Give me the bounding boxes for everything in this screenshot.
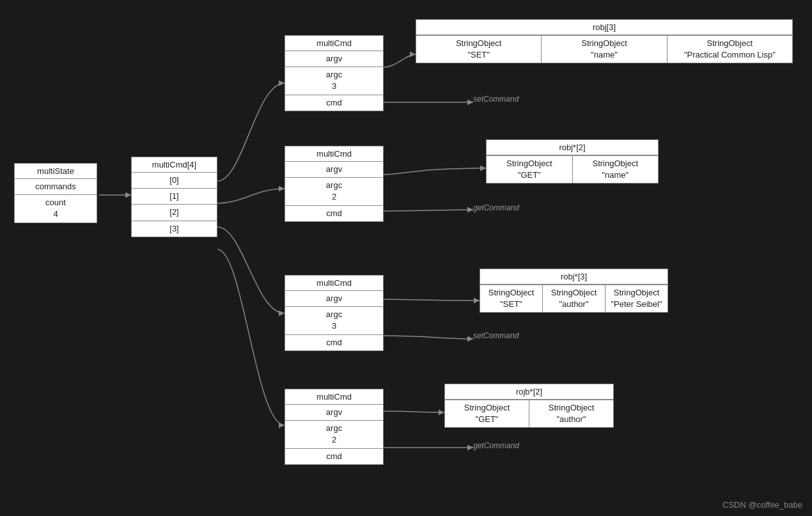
multicmd0-argv: argv	[285, 51, 383, 66]
multicmd3-argc: argc2	[285, 420, 383, 448]
robj3-0-cell0: StringObject"SET"	[416, 35, 542, 63]
robj3-0-cell1: StringObject"name"	[542, 35, 667, 63]
set-command-label-0: setCommand	[473, 95, 519, 104]
multicmd0-argc: argc3	[285, 66, 383, 94]
robj3-1-box: robj*[3] StringObject"SET" StringObject"…	[480, 269, 668, 313]
multistate-count: count4	[15, 194, 97, 222]
robj2-1-label: rojb*[2]	[445, 384, 613, 399]
robj2-1-cell1: StringObject"author"	[529, 400, 613, 427]
multicmd2-argv: argv	[285, 290, 383, 306]
multicmd0-label: multiCmd	[285, 36, 383, 51]
multicmd3-argv: argv	[285, 404, 383, 420]
multicmd0-box: multiCmd argv argc3 cmd	[285, 35, 384, 111]
multicmd1-argv: argv	[285, 161, 383, 177]
multicmd-array-1: [1]	[132, 188, 217, 204]
get-command-label-1: getCommand	[473, 441, 519, 450]
robj3-1-label: robj*[3]	[480, 269, 668, 284]
multicmd-array-0: [0]	[132, 172, 217, 188]
multicmd-array-label: multiCmd[4]	[132, 157, 217, 172]
robj3-1-cell1: StringObject"author"	[543, 285, 605, 312]
robj2-0-cell1: StringObject"name"	[573, 155, 659, 183]
multicmd2-label: multiCmd	[285, 276, 383, 290]
multistate-box: multiState commands count4	[14, 163, 97, 223]
watermark: CSDN @coffee_babe	[722, 500, 802, 510]
multicmd-array-3: [3]	[132, 221, 217, 237]
robj3-0-box: robj[3] StringObject"SET" StringObject"n…	[416, 19, 793, 63]
multicmd1-label: multiCmd	[285, 146, 383, 161]
multicmd2-box: multiCmd argv argc3 cmd	[285, 275, 384, 351]
multicmd3-box: multiCmd argv argc2 cmd	[285, 389, 384, 465]
multistate-label: multiState	[15, 164, 97, 178]
multicmd3-label: multiCmd	[285, 389, 383, 404]
multicmd1-argc: argc2	[285, 177, 383, 205]
multicmd3-cmd: cmd	[285, 448, 383, 464]
multicmd1-cmd: cmd	[285, 205, 383, 221]
set-command-label-1: setCommand	[473, 331, 519, 340]
multicmd2-cmd: cmd	[285, 334, 383, 350]
robj3-1-cell0: StringObject"SET"	[480, 285, 543, 312]
robj3-1-cell2: StringObject"Peter Seibel"	[605, 285, 668, 312]
multicmd2-argc: argc3	[285, 306, 383, 334]
robj2-1-box: rojb*[2] StringObject"GET" StringObject"…	[444, 384, 614, 428]
robj3-0-cell2: StringObject"Practical Common Lisp"	[668, 35, 792, 63]
robj2-0-box: robj*[2] StringObject"GET" StringObject"…	[486, 139, 659, 184]
multicmd0-cmd: cmd	[285, 95, 383, 111]
get-command-label-0: getCommand	[473, 203, 519, 212]
multicmd-array-box: multiCmd[4] [0] [1] [2] [3]	[131, 157, 217, 237]
multicmd-array-2: [2]	[132, 204, 217, 220]
robj2-1-cell0: StringObject"GET"	[445, 400, 529, 427]
multistate-commands: commands	[15, 178, 97, 194]
robj2-0-label: robj*[2]	[487, 140, 658, 155]
multicmd1-box: multiCmd argv argc2 cmd	[285, 146, 384, 222]
robj3-0-label: robj[3]	[416, 20, 792, 35]
robj2-0-cell0: StringObject"GET"	[487, 155, 573, 183]
